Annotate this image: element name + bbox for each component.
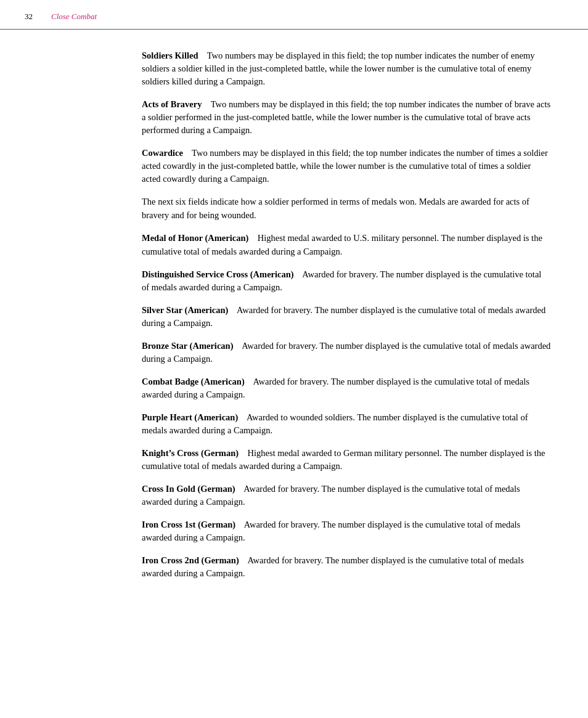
entry-cross-in-gold: Cross In Gold (German) Awarded for brave… (142, 483, 551, 508)
entry-acts-of-bravery: Acts of Bravery Two numbers may be displ… (142, 98, 551, 137)
term-bronze-star: Bronze Star (American) (142, 341, 233, 351)
entry-knights-cross-text: Knight’s Cross (German) Highest medal aw… (142, 447, 551, 473)
entry-bronze-star-text: Bronze Star (American) Awarded for brave… (142, 340, 551, 365)
entry-iron-cross-2nd-text: Iron Cross 2nd (German) Awarded for brav… (142, 554, 551, 580)
desc-soldiers-killed: Two numbers may be displayed in this fie… (142, 51, 534, 86)
desc-cowardice: Two numbers may be displayed in this fie… (142, 148, 548, 184)
entry-silver-star-text: Silver Star (American) Awarded for brave… (142, 304, 551, 330)
term-iron-cross-1st: Iron Cross 1st (German) (142, 520, 235, 529)
entry-cross-in-gold-text: Cross In Gold (German) Awarded for brave… (142, 483, 551, 508)
term-iron-cross-2nd: Iron Cross 2nd (German) (142, 555, 239, 565)
entry-soldiers-killed: Soldiers Killed Two numbers may be displ… (142, 49, 551, 88)
entry-cowardice-text: Cowardice Two numbers may be displayed i… (142, 147, 551, 186)
entry-soldiers-killed-text: Soldiers Killed Two numbers may be displ… (142, 49, 551, 88)
term-combat-badge: Combat Badge (American) (142, 377, 245, 386)
entry-knights-cross: Knight’s Cross (German) Highest medal aw… (142, 447, 551, 473)
term-soldiers-killed: Soldiers Killed (142, 51, 198, 60)
term-purple-heart: Purple Heart (American) (142, 412, 238, 422)
term-cowardice: Cowardice (142, 148, 183, 158)
entry-cowardice: Cowardice Two numbers may be displayed i… (142, 147, 551, 186)
entry-silver-star: Silver Star (American) Awarded for brave… (142, 304, 551, 330)
entry-purple-heart: Purple Heart (American) Awarded to wound… (142, 411, 551, 437)
entry-medal-of-honor: Medal of Honor (American) Highest medal … (142, 232, 551, 258)
term-distinguished-service-cross: Distinguished Service Cross (American) (142, 269, 294, 279)
term-cross-in-gold: Cross In Gold (German) (142, 484, 235, 494)
entry-distinguished-service-cross: Distinguished Service Cross (American) A… (142, 268, 551, 294)
header-title: Close Combat (51, 11, 97, 23)
desc-acts-of-bravery: Two numbers may be displayed in this fie… (142, 99, 550, 135)
entry-iron-cross-1st: Iron Cross 1st (German) Awarded for brav… (142, 518, 551, 544)
entry-medal-of-honor-text: Medal of Honor (American) Highest medal … (142, 232, 551, 258)
entry-acts-of-bravery-text: Acts of Bravery Two numbers may be displ… (142, 98, 551, 137)
entry-iron-cross-2nd: Iron Cross 2nd (German) Awarded for brav… (142, 554, 551, 580)
entry-bronze-star: Bronze Star (American) Awarded for brave… (142, 340, 551, 365)
term-silver-star: Silver Star (American) (142, 305, 228, 315)
entry-distinguished-service-cross-text: Distinguished Service Cross (American) A… (142, 268, 551, 294)
term-acts-of-bravery: Acts of Bravery (142, 99, 202, 109)
main-content: Soldiers Killed Two numbers may be displ… (0, 30, 588, 614)
term-knights-cross: Knight’s Cross (German) (142, 448, 239, 458)
entry-iron-cross-1st-text: Iron Cross 1st (German) Awarded for brav… (142, 518, 551, 544)
entry-combat-badge-text: Combat Badge (American) Awarded for brav… (142, 375, 551, 401)
page: 32 Close Combat Soldiers Killed Two numb… (0, 0, 588, 718)
page-number: 32 (25, 11, 33, 23)
entry-purple-heart-text: Purple Heart (American) Awarded to wound… (142, 411, 551, 437)
intro-paragraph: The next six fields indicate how a soldi… (142, 195, 551, 222)
term-medal-of-honor: Medal of Honor (American) (142, 233, 248, 243)
entry-combat-badge: Combat Badge (American) Awarded for brav… (142, 375, 551, 401)
page-header: 32 Close Combat (0, 0, 588, 30)
